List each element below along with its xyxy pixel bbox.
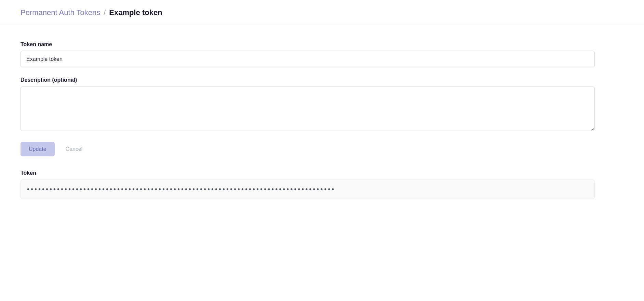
- update-button[interactable]: Update: [21, 142, 55, 156]
- token-group: Token ••••••••••••••••••••••••••••••••••…: [21, 170, 595, 199]
- description-label: Description (optional): [21, 77, 595, 83]
- token-name-label: Token name: [21, 41, 595, 48]
- cancel-button[interactable]: Cancel: [60, 142, 88, 156]
- breadcrumb-parent[interactable]: Permanent Auth Tokens: [21, 8, 100, 17]
- main-content: Token name Description (optional) Update…: [0, 24, 615, 226]
- page-wrapper: Permanent Auth Tokens / Example token To…: [0, 0, 644, 301]
- token-display: ••••••••••••••••••••••••••••••••••••••••…: [21, 180, 595, 199]
- token-label: Token: [21, 170, 595, 176]
- description-input[interactable]: [21, 87, 595, 131]
- breadcrumb-current: Example token: [109, 8, 162, 17]
- token-name-input[interactable]: [21, 51, 595, 67]
- header: Permanent Auth Tokens / Example token: [0, 0, 644, 24]
- button-row: Update Cancel: [21, 142, 595, 156]
- breadcrumb-separator: /: [104, 8, 106, 17]
- description-group: Description (optional): [21, 77, 595, 132]
- token-name-group: Token name: [21, 41, 595, 67]
